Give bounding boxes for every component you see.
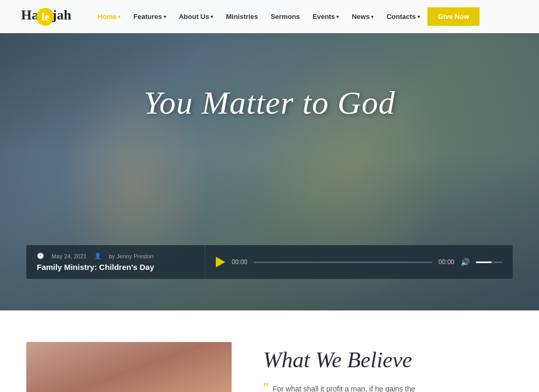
audio-controls: 00:00 00:00 🔊 bbox=[205, 257, 513, 267]
chevron-down-icon: ▾ bbox=[211, 14, 213, 19]
nav-label-news: News bbox=[352, 13, 370, 21]
nav-links: Home ▾ Features ▾ About Us ▾ Ministries … bbox=[92, 7, 518, 26]
nav-item-home[interactable]: Home ▾ bbox=[92, 9, 126, 24]
below-hero-section: What We Believe " For what shall it prof… bbox=[0, 310, 539, 392]
site-logo[interactable]: Halejah bbox=[21, 7, 71, 25]
nav-label-home: Home bbox=[97, 13, 116, 21]
audio-progress-bar[interactable] bbox=[254, 262, 432, 263]
user-icon: 👤 bbox=[94, 253, 102, 259]
nav-item-contacts[interactable]: Contacts ▾ bbox=[381, 9, 425, 24]
audio-author: by Jenny Preston bbox=[109, 253, 154, 259]
hero-title: You Matter to God bbox=[0, 84, 539, 122]
chevron-down-icon: ▾ bbox=[371, 14, 374, 19]
believe-text: What We Believe " For what shall it prof… bbox=[263, 342, 513, 392]
volume-bar[interactable] bbox=[476, 262, 502, 263]
audio-player: 🕐 May 24, 2021 👤 by Jenny Preston Family… bbox=[26, 245, 513, 279]
believe-image bbox=[26, 342, 232, 392]
audio-date: May 24, 2021 bbox=[52, 253, 87, 259]
nav-item-news[interactable]: News ▾ bbox=[346, 9, 379, 24]
nav-item-sermons[interactable]: Sermons bbox=[265, 9, 305, 24]
chevron-down-icon: ▾ bbox=[164, 14, 166, 19]
play-button[interactable] bbox=[216, 257, 225, 267]
nav-label-events: Events bbox=[313, 13, 335, 21]
chevron-down-icon: ▾ bbox=[417, 14, 420, 19]
audio-metadata: 🕐 May 24, 2021 👤 by Jenny Preston bbox=[37, 253, 194, 259]
believe-quote-text: For what shall it profit a man, if he ga… bbox=[273, 383, 415, 392]
nav-item-ministries[interactable]: Ministries bbox=[221, 9, 263, 24]
audio-title: Family Ministry: Children's Day bbox=[37, 263, 194, 272]
audio-time-current: 00:00 bbox=[232, 258, 247, 266]
audio-time-total: 00:00 bbox=[438, 258, 454, 266]
nav-item-about[interactable]: About Us ▾ bbox=[174, 9, 219, 24]
volume-fill bbox=[476, 262, 492, 263]
nav-label-contacts: Contacts bbox=[386, 13, 416, 21]
navbar: Halejah Home ▾ Features ▾ About Us ▾ Min… bbox=[0, 0, 539, 33]
chevron-down-icon: ▾ bbox=[336, 14, 339, 19]
nav-label-features: Features bbox=[133, 13, 162, 21]
believe-heading: What We Believe bbox=[263, 347, 513, 373]
nav-label-sermons: Sermons bbox=[271, 13, 300, 21]
audio-info: 🕐 May 24, 2021 👤 by Jenny Preston Family… bbox=[26, 245, 205, 279]
chevron-down-icon: ▾ bbox=[118, 14, 121, 19]
nav-label-about: About Us bbox=[179, 13, 209, 21]
nav-label-ministries: Ministries bbox=[226, 13, 258, 21]
clock-icon: 🕐 bbox=[37, 253, 44, 259]
hero-section: Halejah Home ▾ Features ▾ About Us ▾ Min… bbox=[0, 0, 539, 310]
nav-item-events[interactable]: Events ▾ bbox=[307, 9, 345, 24]
quote-mark-icon: " bbox=[263, 381, 268, 392]
volume-icon[interactable]: 🔊 bbox=[461, 258, 470, 266]
give-now-button[interactable]: Give Now bbox=[427, 7, 480, 26]
believe-quote: " For what shall it profit a man, if he … bbox=[263, 383, 513, 392]
nav-item-features[interactable]: Features ▾ bbox=[128, 9, 171, 24]
